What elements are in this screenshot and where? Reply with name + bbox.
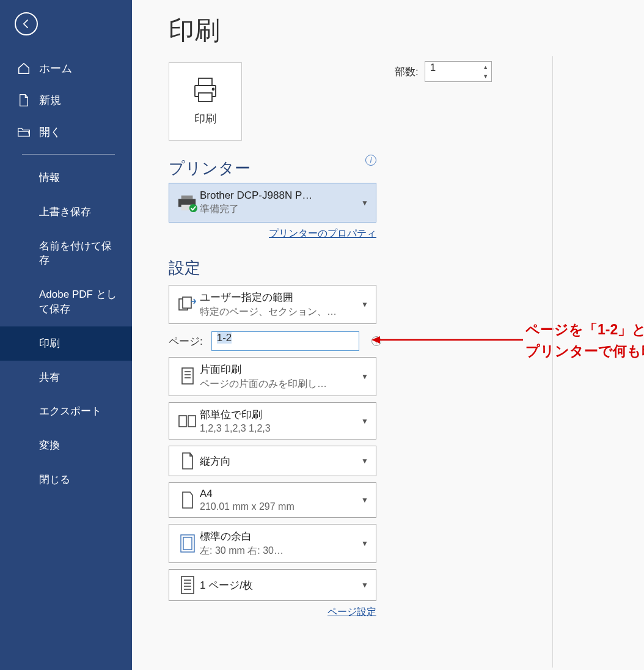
annotation-text: ページを「1-2」と指定しても プリンターで何も印刷されない <box>525 319 644 361</box>
printer-section-header: プリンター <box>169 158 365 179</box>
nav-transform[interactable]: 変換 <box>0 429 132 463</box>
paper-title: A4 <box>200 488 370 500</box>
chevron-down-icon: ▼ <box>361 539 368 548</box>
portrait-icon <box>175 451 200 471</box>
nav-info[interactable]: 情報 <box>0 161 132 195</box>
arrow-left-icon <box>20 18 32 30</box>
pages-input[interactable]: 1-2 <box>211 331 359 351</box>
sides-title: 片面印刷 <box>200 363 370 377</box>
orientation-title: 縦方向 <box>200 454 370 468</box>
chevron-down-icon: ▼ <box>361 417 368 425</box>
main-panel: 印刷 印刷 部数: 1 ▲ ▼ プリンター i <box>132 0 644 670</box>
collate-sub: 1,2,3 1,2,3 1,2,3 <box>200 423 370 434</box>
spinner-up-icon[interactable]: ▲ <box>481 62 490 72</box>
pages-value: 1-2 <box>217 332 232 344</box>
range-title: ユーザー指定の範囲 <box>200 290 370 304</box>
paper-sub: 210.01 mm x 297 mm <box>200 501 370 512</box>
sides-dropdown[interactable]: 片面印刷 ページの片面のみを印刷し… ▼ <box>169 357 376 396</box>
nav-print[interactable]: 印刷 <box>0 326 132 361</box>
svg-rect-1 <box>199 78 212 86</box>
nav-saveas[interactable]: 名前を付けて保存 <box>0 229 132 278</box>
paper-size-icon <box>175 490 200 510</box>
folder-open-icon <box>17 125 31 139</box>
paper-dropdown[interactable]: A4 210.01 mm x 297 mm ▼ <box>169 482 376 518</box>
printer-icon <box>190 77 221 105</box>
svg-rect-14 <box>179 416 186 427</box>
sidebar: ホーム 新規 開く 情報 上書き保存 名前を付けて保存 Adobe PDF とし… <box>0 0 132 670</box>
margins-title: 標準の余白 <box>200 529 370 543</box>
margins-icon <box>175 533 200 554</box>
nav-save[interactable]: 上書き保存 <box>0 195 132 229</box>
printer-properties-link[interactable]: プリンターのプロパティ <box>169 227 376 240</box>
svg-rect-15 <box>188 416 196 427</box>
sides-sub: ページの片面のみを印刷し… <box>200 378 370 391</box>
copies-value: 1 <box>430 62 436 73</box>
copies-input[interactable]: 1 ▲ ▼ <box>425 61 492 82</box>
nav-label: 開く <box>39 125 61 139</box>
svg-rect-18 <box>181 576 194 594</box>
perpage-title: 1 ページ/枚 <box>200 578 370 592</box>
copies-row: 部数: 1 ▲ ▼ <box>395 61 492 82</box>
chevron-down-icon: ▼ <box>361 457 368 465</box>
settings-section-header: 設定 <box>169 257 644 279</box>
pages-range-icon <box>175 295 200 314</box>
back-button[interactable] <box>15 12 38 35</box>
nav-new[interactable]: 新規 <box>0 84 132 116</box>
svg-point-7 <box>189 204 197 212</box>
orientation-dropdown[interactable]: 縦方向 ▼ <box>169 446 376 476</box>
printer-ready-icon <box>175 193 200 213</box>
printer-dropdown[interactable]: Brother DCP-J988N P… 準備完了 ▼ <box>169 183 376 223</box>
collate-icon <box>175 413 200 429</box>
printer-status: 準備完了 <box>200 203 370 216</box>
nav-pdfsave[interactable]: Adobe PDF として保存 <box>0 278 132 326</box>
home-icon <box>17 62 31 75</box>
copies-spinner[interactable]: ▲ ▼ <box>481 62 490 81</box>
svg-rect-5 <box>181 195 193 199</box>
margins-sub: 左: 30 mm 右: 30… <box>200 545 370 558</box>
svg-rect-2 <box>199 93 212 101</box>
collate-dropdown[interactable]: 部単位で印刷 1,2,3 1,2,3 1,2,3 ▼ <box>169 402 376 440</box>
single-side-icon <box>175 366 200 387</box>
nav-label: ホーム <box>39 61 72 76</box>
nav-export[interactable]: エクスポート <box>0 394 132 429</box>
nav-share[interactable]: 共有 <box>0 361 132 395</box>
svg-point-3 <box>213 89 214 90</box>
spinner-down-icon[interactable]: ▼ <box>481 72 490 81</box>
page-setup-link[interactable]: ページ設定 <box>169 606 376 619</box>
preview-divider <box>552 56 553 668</box>
print-button-label: 印刷 <box>194 111 216 126</box>
pages-per-sheet-dropdown[interactable]: 1 ページ/枚 ▼ <box>169 569 376 601</box>
nav-close[interactable]: 閉じる <box>0 463 132 497</box>
print-range-dropdown[interactable]: ユーザー指定の範囲 特定のページ、セクション、… ▼ <box>169 285 376 324</box>
chevron-down-icon: ▼ <box>361 199 368 207</box>
info-icon[interactable]: i <box>371 336 381 346</box>
document-icon <box>17 94 31 107</box>
chevron-down-icon: ▼ <box>361 496 368 504</box>
info-icon[interactable]: i <box>365 155 376 166</box>
page-title: 印刷 <box>169 0 644 62</box>
chevron-down-icon: ▼ <box>361 300 368 309</box>
printer-name: Brother DCP-J988N P… <box>200 190 370 202</box>
nav-open[interactable]: 開く <box>0 116 132 148</box>
nav-label: 新規 <box>39 93 61 108</box>
svg-rect-17 <box>183 537 192 550</box>
nav-home[interactable]: ホーム <box>0 53 132 84</box>
print-button[interactable]: 印刷 <box>169 62 242 141</box>
nav-divider <box>22 154 115 155</box>
chevron-down-icon: ▼ <box>361 581 368 589</box>
copies-label: 部数: <box>395 65 419 79</box>
collate-title: 部単位で印刷 <box>200 408 370 422</box>
chevron-down-icon: ▼ <box>361 372 368 381</box>
margins-dropdown[interactable]: 標準の余白 左: 30 mm 右: 30… ▼ <box>169 524 376 563</box>
range-sub: 特定のページ、セクション、… <box>200 306 370 318</box>
svg-rect-9 <box>183 297 191 308</box>
svg-rect-10 <box>182 368 193 384</box>
one-per-sheet-icon <box>175 575 200 595</box>
pages-label: ページ: <box>169 334 203 348</box>
